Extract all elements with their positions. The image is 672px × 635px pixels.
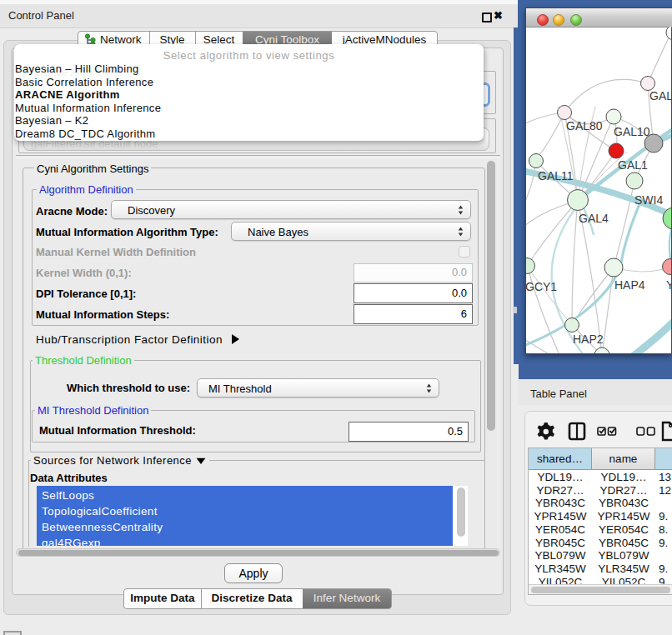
svg-text:GAL7: GAL7	[649, 89, 671, 102]
svg-text:GAL4: GAL4	[579, 212, 609, 225]
svg-text:GAL1: GAL1	[618, 158, 648, 172]
svg-text:HAP2: HAP2	[573, 332, 604, 346]
svg-text:GAL80: GAL80	[566, 119, 603, 132]
svg-text:HAP4: HAP4	[614, 278, 645, 292]
svg-text:GAL10: GAL10	[614, 125, 650, 138]
svg-text:Y: Y	[666, 278, 671, 292]
svg-text:GCY1: GCY1	[526, 280, 557, 293]
svg-text:GAL11: GAL11	[538, 169, 574, 182]
svg-text:SWI4: SWI4	[634, 193, 663, 207]
